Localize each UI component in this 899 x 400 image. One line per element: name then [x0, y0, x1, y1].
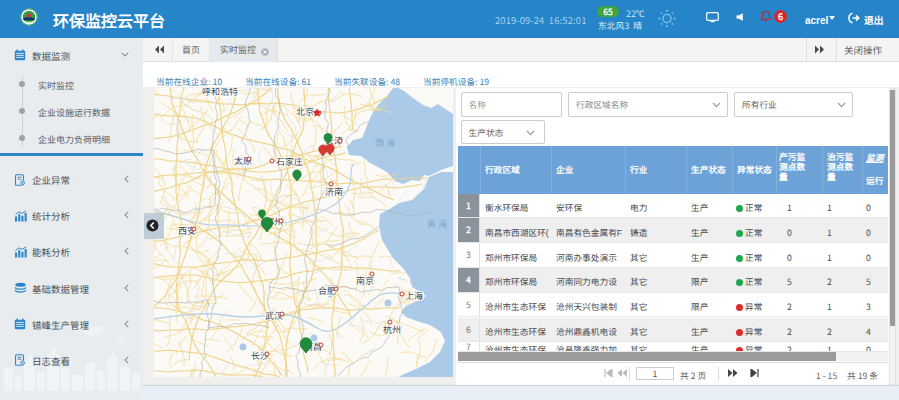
svg-text:合肥: 合肥 [318, 284, 336, 297]
svg-text:渤 海: 渤 海 [375, 136, 395, 149]
svg-text:黄 海: 黄 海 [427, 217, 447, 230]
svg-text:杭州: 杭州 [383, 323, 401, 336]
svg-text:北京: 北京 [296, 105, 314, 118]
svg-text:石家庄: 石家庄 [276, 155, 303, 168]
svg-text:济南: 济南 [325, 185, 343, 198]
svg-text:上海: 上海 [405, 289, 423, 302]
svg-text:呼和浩特: 呼和浩特 [202, 88, 238, 98]
